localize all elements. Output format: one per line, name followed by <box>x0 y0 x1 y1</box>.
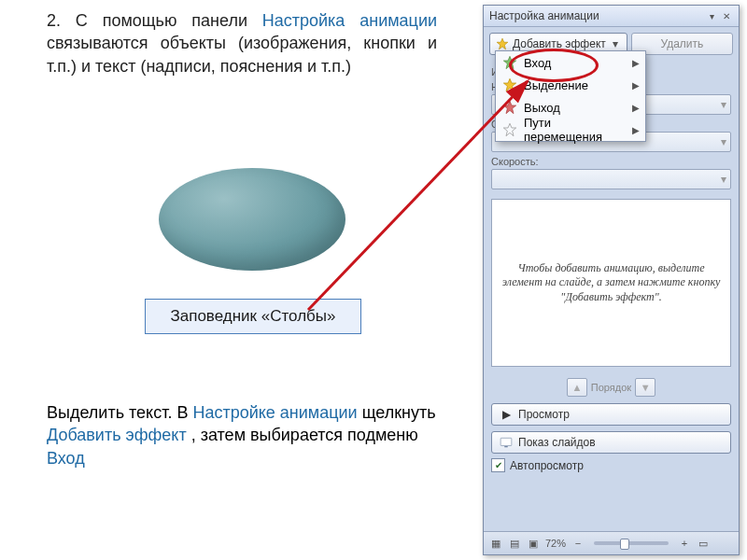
effect-submenu: Вход ▶ Выделение ▶ Выход ▶ Пути перемеще… <box>495 50 646 142</box>
remove-button[interactable]: Удалить <box>631 33 733 55</box>
exit-icon <box>501 99 518 116</box>
app-status-bar: ▦ ▤ ▣ 72% − + ▭ <box>484 531 739 554</box>
menu-entrance[interactable]: Вход ▶ <box>496 51 645 74</box>
chevron-down-icon: ▾ <box>721 173 726 186</box>
svg-marker-5 <box>503 101 515 113</box>
zoom-slider[interactable] <box>594 541 669 545</box>
reorder-row: ▲ Порядок ▼ <box>484 374 739 400</box>
svg-marker-4 <box>503 78 515 91</box>
slideshow-label: Показ слайдов <box>518 436 596 449</box>
p2-hl3: Вход <box>47 449 85 468</box>
arrow-down-icon: ▼ <box>641 382 651 393</box>
autopreview-row[interactable]: ✔ Автопросмотр <box>484 456 739 474</box>
chevron-right-icon: ▶ <box>632 58 640 68</box>
menu-exit-label: Выход <box>524 101 560 115</box>
svg-marker-0 <box>497 38 508 49</box>
p2-seg3: , затем выбирается подменю <box>191 426 418 444</box>
menu-emphasis[interactable]: Выделение ▶ <box>496 74 645 96</box>
order-label: Порядок <box>591 382 631 393</box>
slideshow-button[interactable]: Показ слайдов <box>491 431 731 454</box>
main-paragraph: 2. С помощью панели Настройка анимации с… <box>47 9 437 77</box>
zoom-thumb[interactable] <box>620 539 629 550</box>
preview-label: Просмотр <box>518 408 570 421</box>
preview-button[interactable]: ▶ Просмотр <box>491 403 731 426</box>
screen-icon <box>500 436 513 449</box>
menu-emphasis-label: Выделение <box>524 78 588 92</box>
view-slideshow-icon[interactable]: ▣ <box>527 537 540 550</box>
svg-marker-3 <box>503 56 515 68</box>
menu-motion-path[interactable]: Пути перемещения ▶ <box>496 119 645 141</box>
autopreview-label: Автопросмотр <box>510 459 584 472</box>
sample-textbox: Заповедник «Столбы» <box>145 299 361 334</box>
chevron-down-icon: ▾ <box>721 98 726 111</box>
view-sorter-icon[interactable]: ▤ <box>508 537 521 550</box>
pane-title: Настройка анимации <box>489 9 599 22</box>
zoom-minus-icon[interactable]: − <box>571 537 585 550</box>
speed-field[interactable]: ▾ <box>491 169 731 189</box>
speed-label: Скорость: <box>491 156 731 167</box>
placeholder-text: Чтобы добавить анимацию, выделите элемен… <box>501 261 721 305</box>
fit-icon[interactable]: ▭ <box>697 537 710 550</box>
remove-label: Удалить <box>660 37 703 50</box>
animation-list-placeholder: Чтобы добавить анимацию, выделите элемен… <box>491 199 731 367</box>
checkbox-icon: ✔ <box>491 458 505 472</box>
sample-oval-shape <box>159 168 345 271</box>
p2-seg1: Выделить текст. В <box>47 403 192 422</box>
zoom-value: 72% <box>545 538 566 549</box>
entrance-icon <box>501 54 518 71</box>
chevron-down-icon: ▾ <box>610 37 621 50</box>
prop-speed-section: Скорость: ▾ <box>491 156 731 189</box>
svg-marker-6 <box>503 123 515 135</box>
move-down-button[interactable]: ▼ <box>635 378 655 397</box>
p1-seg1: 2. С помощью панели <box>47 11 262 30</box>
menu-motion-label: Пути перемещения <box>524 116 632 144</box>
star-icon <box>496 37 509 50</box>
move-up-button[interactable]: ▲ <box>567 378 587 397</box>
p2-hl2: Добавить эффект <box>47 426 187 444</box>
chevron-down-icon: ▾ <box>721 135 726 148</box>
p2-seg2: щелкнуть <box>362 403 436 422</box>
arrow-up-icon: ▲ <box>571 382 582 393</box>
pane-close-icon[interactable]: ✕ <box>720 9 733 22</box>
pane-header: Настройка анимации ▾ ✕ <box>484 6 739 27</box>
emphasis-icon <box>501 77 518 93</box>
chevron-right-icon: ▶ <box>632 125 640 135</box>
pane-menu-arrow-icon[interactable]: ▾ <box>705 9 718 22</box>
play-icon: ▶ <box>500 408 513 421</box>
chevron-right-icon: ▶ <box>632 80 640 91</box>
chevron-right-icon: ▶ <box>632 103 640 113</box>
add-effect-label: Добавить эффект <box>513 37 606 50</box>
instruction-paragraph: Выделить текст. В Настройке анимации щел… <box>47 401 437 469</box>
p2-hl1: Настройке анимации <box>192 403 357 422</box>
p1-seg2: связываются объекты (изображения, кнопки… <box>47 34 437 75</box>
view-normal-icon[interactable]: ▦ <box>489 537 502 550</box>
sample-textbox-text: Заповедник «Столбы» <box>170 307 335 326</box>
p1-highlight: Настройка анимации <box>262 11 437 30</box>
motion-path-icon <box>501 121 518 138</box>
menu-entrance-label: Вход <box>524 56 551 70</box>
zoom-plus-icon[interactable]: + <box>678 537 691 550</box>
svg-rect-1 <box>500 438 512 445</box>
svg-rect-2 <box>504 446 508 447</box>
